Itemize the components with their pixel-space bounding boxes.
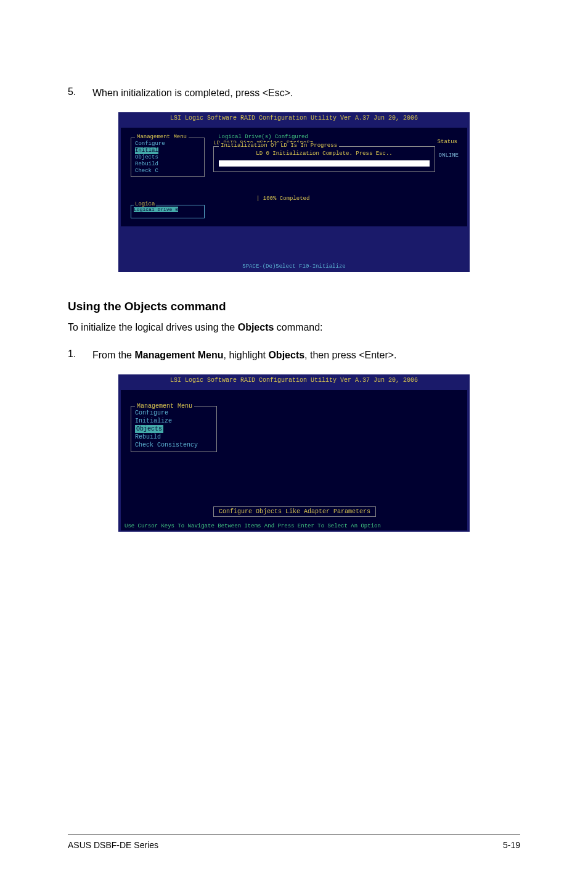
management-menu-title: Management Menu	[135, 134, 189, 141]
progress-text: | 100% Completed	[256, 196, 309, 202]
step-text: When initialization is completed, press …	[92, 86, 293, 100]
step1-b2: Objects	[268, 350, 304, 360]
menu-item-check-consistency[interactable]: Check Consistency	[135, 441, 213, 449]
step-text: From the Management Menu, highlight Obje…	[92, 349, 397, 362]
logica-box-title: Logica	[134, 201, 156, 207]
description-box: Configure Objects Like Adapter Parameter…	[213, 506, 376, 517]
bios-screen: LSI Logic Software RAID Configuration Ut…	[118, 374, 470, 532]
logical-drive-0-row[interactable]: Logical Drive 0	[134, 207, 178, 212]
step1-t2: , highlight	[223, 350, 268, 360]
page-footer: ASUS DSBF-DE Series 5-19	[68, 835, 520, 850]
bios-screen: LSI Logic Software RAID Configuration Ut…	[118, 112, 470, 272]
ld-configured-label: Logical Drive(s) Configured	[213, 134, 313, 140]
menu-item-initial[interactable]: Initial	[135, 147, 158, 154]
menu-item-check[interactable]: Check C	[135, 168, 200, 175]
menu-item-objects[interactable]: Objects	[135, 425, 163, 433]
menu-item-configure[interactable]: Configure	[135, 141, 200, 147]
bios-title-bar: LSI Logic Software RAID Configuration Ut…	[121, 113, 467, 128]
step1-t1: From the	[92, 350, 134, 360]
progress-percent-label: | 100% Completed	[256, 196, 309, 202]
bios-title-bar: LSI Logic Software RAID Configuration Ut…	[121, 376, 467, 390]
status-online: ONLINE	[439, 152, 459, 159]
bios-body: Management Menu Configure Initialize Obj…	[121, 390, 467, 522]
footer-page-number: 5-19	[503, 840, 520, 850]
menu-item-initialize[interactable]: Initialize	[135, 417, 213, 425]
bios-screenshot-1: LSI Logic Software RAID Configuration Ut…	[118, 112, 470, 272]
intro-bold: Objects	[238, 322, 274, 332]
intro-after: command:	[274, 322, 322, 332]
step1-t3: , then press <Enter>.	[304, 350, 396, 360]
init-complete-message: LD 0 Initialization Complete. Press Esc.…	[219, 151, 430, 157]
logical-drive-box: Logica Logical Drive 0	[131, 205, 205, 218]
step-5: 5. When initialization is completed, pre…	[68, 86, 520, 100]
init-progress-title: Initialization Of LD Is In Progress	[219, 142, 339, 149]
intro-paragraph: To initialize the logical drives using t…	[68, 321, 520, 334]
bios-footer-hint: Use Cursor Keys To Navigate Between Item…	[121, 522, 467, 530]
bios-body: Management Menu Configure Initial Object…	[121, 128, 467, 226]
step-number: 5.	[68, 86, 92, 100]
footer-left: ASUS DSBF-DE Series	[68, 840, 158, 850]
status-header: Status	[438, 139, 457, 145]
menu-item-rebuild[interactable]: Rebuild	[135, 161, 200, 168]
section-heading: Using the Objects command	[68, 300, 520, 313]
menu-item-rebuild[interactable]: Rebuild	[135, 433, 213, 441]
intro-before: To initialize the logical drives using t…	[68, 322, 238, 332]
step-key: <Esc>	[263, 88, 290, 98]
step-text-before: When initialization is completed, press	[92, 88, 263, 98]
menu-item-objects[interactable]: Objects	[135, 154, 200, 161]
management-menu-title: Management Menu	[135, 402, 194, 410]
step-1: 1. From the Management Menu, highlight O…	[68, 349, 520, 362]
bios-screenshot-2: LSI Logic Software RAID Configuration Ut…	[118, 374, 470, 532]
step-text-after: .	[290, 88, 293, 98]
initialization-progress-box: Initialization Of LD Is In Progress LD 0…	[213, 146, 435, 172]
management-menu-box: Management Menu Configure Initialize Obj…	[131, 406, 217, 452]
step-number: 1.	[68, 349, 92, 362]
progress-bar	[219, 160, 430, 167]
step1-b1: Management Menu	[134, 350, 223, 360]
management-menu-box: Management Menu Configure Initial Object…	[131, 138, 205, 177]
bios-footer-hint: SPACE-(De)Select F10-Initialize	[121, 226, 467, 271]
bios-footer-text: SPACE-(De)Select F10-Initialize	[242, 263, 345, 270]
